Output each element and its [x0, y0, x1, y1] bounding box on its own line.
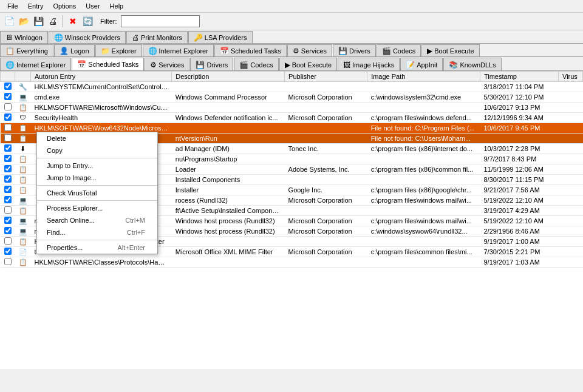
ctx-item-find[interactable]: Find...Ctrl+F — [37, 226, 157, 238]
ctx-item-delete[interactable]: Delete — [37, 132, 157, 144]
row-image-path: c:\windows\system32\cmd.exe — [367, 92, 480, 103]
row-icon: 📋 — [15, 206, 31, 216]
tab-image-hijacks[interactable]: 🖼 Image Hijacks — [338, 58, 400, 71]
row-icon: 📋 — [15, 103, 31, 113]
row-checkbox[interactable] — [1, 123, 15, 133]
menu-entry[interactable]: Entry — [23, 1, 49, 11]
row-checkbox[interactable] — [1, 175, 15, 185]
tab-codecs-2[interactable]: 🎬 Codecs — [234, 58, 278, 71]
print-button[interactable]: 🖨 — [46, 15, 60, 28]
ctx-item-copy[interactable]: Copy — [37, 144, 157, 157]
table-container[interactable]: Autorun Entry Description Publisher Imag… — [0, 71, 583, 369]
row-checkbox[interactable] — [1, 185, 15, 195]
tab-explorer[interactable]: 📁 Explorer — [95, 44, 142, 57]
row-virus — [559, 175, 583, 185]
row-checkbox[interactable] — [1, 103, 15, 113]
row-publisher: Microsoft Corporation — [285, 226, 367, 237]
tab-everything[interactable]: 📋 Everything — [0, 44, 53, 57]
tab-image-hijacks-label: Image Hijacks — [352, 61, 394, 69]
row-description: rocess (Rundll32) — [172, 195, 285, 206]
tab-explorer-label: Explorer — [112, 47, 137, 55]
row-timestamp: 12/12/1996 9:34 AM — [480, 113, 558, 123]
ctx-item-check-virustotal[interactable]: Check VirusTotal — [37, 187, 157, 199]
row-checkbox[interactable] — [1, 226, 15, 237]
menu-file[interactable]: File — [2, 1, 23, 11]
tab-drivers-2[interactable]: 💾 Drivers — [190, 58, 233, 71]
table-row[interactable]: 💻 cmd.exe Windows Command Processor Micr… — [1, 92, 583, 103]
filter-input[interactable] — [121, 15, 200, 27]
ctx-item-process-explorer[interactable]: Process Explorer... — [37, 202, 157, 214]
col-timestamp[interactable]: Timestamp — [480, 72, 558, 82]
col-image-path[interactable]: Image Path — [367, 72, 480, 82]
ctx-item-jump-to-entry[interactable]: Jump to Entry... — [37, 160, 157, 172]
row-description — [172, 82, 285, 92]
row-virus — [559, 154, 583, 164]
services-icon: ⚙ — [293, 47, 299, 55]
ctx-item-jump-to-image[interactable]: Jump to Image... — [37, 172, 157, 184]
col-description[interactable]: Description — [172, 72, 285, 82]
tab-logon[interactable]: 👤 Logon — [54, 44, 95, 57]
row-checkbox[interactable] — [1, 247, 15, 257]
row-checkbox[interactable] — [1, 82, 15, 92]
ctx-separator — [37, 158, 157, 158]
table-row[interactable]: 🛡 SecurityHealth Windows Defender notifi… — [1, 113, 583, 123]
tab-boot-execute[interactable]: ▶ Boot Execute — [421, 44, 479, 57]
table-row[interactable]: 🔧 HKLM\SYSTEM\CurrentControlSet\Control\… — [1, 82, 583, 92]
col-publisher[interactable]: Publisher — [285, 72, 367, 82]
table-row[interactable]: 📋 HKLM\SOFTWARE\Microsoft\Windows\Curren… — [1, 103, 583, 113]
tab-drivers[interactable]: 💾 Drivers — [333, 44, 376, 57]
col-virus[interactable]: Virus — [559, 72, 583, 82]
tab-scheduled-tasks[interactable]: 📅 Scheduled Tasks — [214, 44, 287, 57]
row-checkbox[interactable] — [1, 133, 15, 144]
menu-help[interactable]: Help — [105, 1, 129, 11]
tab-services-2[interactable]: ⚙ Services — [145, 58, 189, 71]
row-checkbox[interactable] — [1, 113, 15, 123]
row-timestamp: 9/21/2017 7:56 AM — [480, 185, 558, 195]
refresh-button[interactable]: 🔄 — [81, 15, 94, 28]
tab-appinit[interactable]: 📝 AppInit — [400, 58, 443, 71]
table-row[interactable]: 📋 HKLM\SOFTWARE\Classes\Protocols\Handle… — [1, 257, 583, 268]
menu-user[interactable]: User — [81, 1, 104, 11]
row-checkbox[interactable] — [1, 164, 15, 175]
menu-options[interactable]: Options — [48, 1, 81, 11]
row-description: Installed Components — [172, 175, 285, 185]
col-checkbox[interactable] — [1, 72, 15, 82]
tab-codecs[interactable]: 🎬 Codecs — [377, 44, 421, 57]
tab-print-monitors[interactable]: 🖨 Print Monitors — [126, 31, 188, 44]
tab-boot-execute-2[interactable]: ▶ Boot Execute — [279, 58, 337, 71]
tab-ie[interactable]: 🌐 Internet Explorer — [143, 44, 214, 57]
row-checkbox[interactable] — [1, 237, 15, 247]
tab-drivers2-label: Drivers — [206, 61, 228, 69]
ctx-label: Process Explorer... — [47, 204, 103, 212]
tab-scheduled2-label: Scheduled Tasks — [88, 61, 138, 68]
row-checkbox[interactable] — [1, 216, 15, 226]
tab-winsock[interactable]: 🌐 Winsock Providers — [49, 31, 126, 44]
row-checkbox[interactable] — [1, 144, 15, 154]
row-image-path: c:\program files\common files\mi... — [367, 247, 480, 257]
tab-drivers-label: Drivers — [349, 47, 370, 55]
row-timestamp: 5/19/2022 12:10 AM — [480, 216, 558, 226]
tab-knowndlls[interactable]: 📚 KnownDLLs — [443, 58, 501, 71]
ctx-item-search-online[interactable]: Search Online...Ctrl+M — [37, 214, 157, 226]
row-publisher: Microsoft Corporation — [285, 113, 367, 123]
row-description — [172, 257, 285, 268]
new-button[interactable]: 📄 — [2, 15, 16, 28]
row-checkbox[interactable] — [1, 92, 15, 103]
row-timestamp: 7/30/2015 2:21 PM — [480, 247, 558, 257]
row-checkbox[interactable] — [1, 257, 15, 268]
tab-scheduled-tasks-2[interactable]: 📅 Scheduled Tasks — [72, 58, 144, 71]
col-autorun-entry[interactable]: Autorun Entry — [31, 72, 172, 82]
row-description: Microsoft Office XML MIME Filter — [172, 247, 285, 257]
col-icon[interactable] — [15, 72, 31, 82]
row-checkbox[interactable] — [1, 154, 15, 164]
row-checkbox[interactable] — [1, 206, 15, 216]
tab-ie-2[interactable]: 🌐 Internet Explorer — [0, 58, 71, 71]
tab-lsa[interactable]: 🔑 LSA Providers — [188, 31, 253, 44]
row-checkbox[interactable] — [1, 195, 15, 206]
tab-services[interactable]: ⚙ Services — [287, 44, 332, 57]
save-button[interactable]: 💾 — [32, 15, 45, 28]
delete-button[interactable]: ✖ — [66, 15, 80, 28]
open-button[interactable]: 📂 — [17, 15, 30, 28]
ctx-item-properties[interactable]: Properties...Alt+Enter — [37, 242, 157, 254]
tab-winlogon[interactable]: 🖥 Winlogon — [0, 31, 48, 44]
